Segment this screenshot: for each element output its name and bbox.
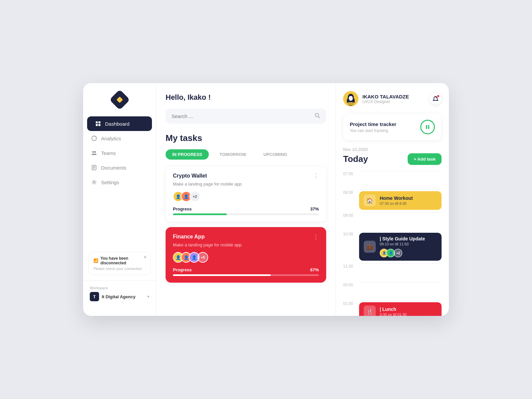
timeline-content (359, 212, 442, 231)
sidebar-item-label-teams: Teams (101, 150, 116, 156)
task-desc: Make a landing page for mobile app (173, 242, 319, 247)
sidebar-item-label-dashboard: Dashboard (105, 121, 129, 127)
today-row: Today + Add task (343, 153, 442, 165)
user-name: IKAKO TALAVADZE (362, 94, 426, 99)
main-body: Hello, Ikako ! My tasks IN PROGRESS (156, 83, 449, 316)
home-workout-icon: 🏠 (364, 195, 376, 206)
event-info: Home Workout 07:30 on till 8:30 (380, 196, 437, 205)
sidebar: Dashboard Analytics (83, 83, 156, 316)
task-name: Finance App (173, 234, 204, 240)
timeline: 07:00 08:00 🏠 Home Workout 07:30 on till… (343, 171, 442, 316)
timeline-time: 10:00 (343, 231, 359, 236)
notification-bell-button[interactable] (430, 93, 442, 105)
add-task-button[interactable]: + Add task (408, 153, 442, 165)
timeline-row: 07:00 (343, 171, 442, 190)
svg-rect-0 (96, 121, 98, 123)
search-icon (314, 112, 320, 120)
tracker-info: Project time tracker You can start track… (350, 121, 396, 133)
lunch-icon: 🍴 (364, 306, 376, 316)
search-input[interactable] (172, 113, 311, 119)
timeline-row: 08:00 🏠 Home Workout 07:30 on till 8:30 (343, 190, 442, 212)
disconnect-notice: 📶 You have been disconnected Please chec… (88, 252, 151, 275)
timeline-row: 00:00 (343, 282, 442, 301)
svg-point-22 (436, 97, 437, 98)
disconnect-close-button[interactable]: ✕ (143, 255, 147, 260)
tasks-tabs: IN PROGRESS TOMORROW UPCOMING (166, 149, 326, 160)
avatar-count: +5 (198, 252, 208, 263)
sidebar-item-label-settings: Settings (101, 180, 119, 185)
settings-icon (91, 179, 97, 185)
notification-dot (437, 95, 440, 97)
progress-label: Progress (173, 267, 192, 272)
sidebar-item-analytics[interactable]: Analytics (83, 131, 156, 146)
svg-point-18 (351, 96, 352, 97)
analytics-icon (91, 135, 97, 141)
calendar-date: Nov 10,2020 (343, 147, 442, 152)
event-title: | Lunch (380, 307, 437, 312)
progress-pct: 67% (310, 267, 319, 272)
progress-bar-bg (173, 213, 319, 215)
tracker-pause-button[interactable] (420, 120, 435, 134)
tab-in-progress[interactable]: IN PROGRESS (166, 149, 209, 160)
event-info: | Style Guide Update 09:10 on till 11:50… (380, 236, 437, 257)
progress-label: Progress (173, 206, 192, 211)
task-menu-button[interactable]: ⋮ (313, 173, 319, 179)
timeline-content: 💼 | Style Guide Update 09:10 on till 11:… (359, 231, 442, 263)
timeline-content (359, 171, 442, 190)
time-tracker-card: Project time tracker You can start track… (343, 114, 442, 140)
timeline-row: 01:00 🍴 | Lunch 0:30 on till 01:30 (343, 301, 442, 316)
disconnect-title: 📶 You have been disconnected (93, 256, 146, 265)
wifi-off-icon: 📶 (93, 258, 98, 263)
tracker-subtitle: You can start tracking (350, 128, 396, 133)
event-card-lunch[interactable]: 🍴 | Lunch 0:30 on till 01:30 (359, 302, 442, 316)
left-panel: Hello, Ikako ! My tasks IN PROGRESS (156, 83, 336, 316)
progress-row: Progress 67% (173, 267, 319, 272)
chevron-down-icon: ▾ (147, 294, 149, 299)
tab-upcoming[interactable]: UPCOMING (257, 149, 294, 160)
sidebar-nav: Dashboard Analytics (83, 116, 156, 252)
timeline-content: 🏠 Home Workout 07:30 on till 8:30 (359, 190, 442, 212)
avatar-count: +2 (394, 249, 402, 257)
sidebar-logo (83, 92, 156, 107)
svg-line-13 (318, 116, 320, 118)
user-role: UI/UX Designer (362, 99, 426, 104)
event-info: | Lunch 0:30 on till 01:30 (380, 307, 437, 316)
event-time: 07:30 on till 8:30 (380, 201, 437, 205)
tab-tomorrow[interactable]: TOMORROW (213, 149, 253, 160)
sidebar-item-documents[interactable]: Documents (83, 160, 156, 175)
task-card-header: Finance App ⋮ (173, 234, 319, 240)
svg-point-12 (315, 113, 319, 117)
workspace-name-row[interactable]: T It Digital Agency ▾ (90, 292, 149, 301)
event-card-home-workout[interactable]: 🏠 Home Workout 07:30 on till 8:30 (359, 191, 442, 210)
today-label: Today (343, 154, 368, 164)
sidebar-item-dashboard[interactable]: Dashboard (87, 116, 152, 131)
logo-diamond-inner (116, 96, 123, 103)
timeline-row: 10:00 💼 | Style Guide Update 09:10 on ti… (343, 231, 442, 263)
search-bar[interactable] (166, 108, 326, 124)
main-content: Hello, Ikako ! My tasks IN PROGRESS (156, 83, 449, 316)
greeting-text: Hello, Ikako ! (166, 93, 326, 102)
teams-icon (91, 150, 97, 156)
avatar-count: +2 (190, 191, 200, 202)
task-menu-button[interactable]: ⋮ (313, 234, 319, 240)
sidebar-item-settings[interactable]: Settings (83, 175, 156, 190)
workspace-label: Workspace (90, 286, 149, 290)
svg-point-6 (94, 151, 96, 153)
user-avatar (343, 91, 358, 106)
logo-icon (109, 89, 130, 110)
event-avatars: 👤 👤 +2 (380, 249, 437, 257)
event-title: Home Workout (380, 196, 437, 201)
svg-rect-3 (98, 124, 100, 126)
timeline-content: 🍴 | Lunch 0:30 on till 01:30 (359, 301, 442, 316)
svg-point-17 (349, 96, 350, 97)
sidebar-item-label-documents: Documents (101, 165, 126, 171)
task-name: Crypto Wallet (173, 173, 207, 179)
event-card-style-guide[interactable]: 💼 | Style Guide Update 09:10 on till 11:… (359, 233, 442, 261)
style-guide-icon: 💼 (364, 241, 376, 253)
timeline-time: 08:00 (343, 190, 359, 195)
timeline-time: 09:00 (343, 212, 359, 218)
svg-point-19 (346, 102, 355, 105)
progress-bar-fill (173, 213, 227, 215)
tasks-title: My tasks (166, 133, 326, 143)
sidebar-item-teams[interactable]: Teams (83, 146, 156, 160)
